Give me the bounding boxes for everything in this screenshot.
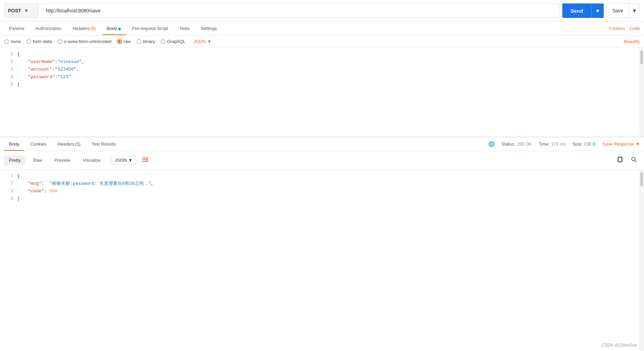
request-code-content[interactable]: { "userName":"ninesun", "account":"12345… [17, 51, 644, 88]
tab-tests[interactable]: Tests [174, 22, 194, 35]
resp-tab-headers[interactable]: Headers(5) [53, 137, 85, 151]
url-input[interactable] [41, 3, 560, 18]
send-btn-dropdown-icon[interactable]: ▼ [591, 3, 604, 18]
globe-icon: 🌐 [488, 141, 494, 147]
response-status-bar: 🌐 Status: 200 OK Time: 173 ms Size: 238 … [488, 141, 640, 147]
svg-rect-1 [142, 159, 147, 160]
svg-rect-2 [142, 161, 148, 162]
top-bar: POST ▼ Send ▼ Save ▼ [0, 0, 644, 22]
resp-code-line-4: } [17, 195, 644, 203]
cookies-link[interactable]: Cookies [609, 26, 625, 31]
tab-right-links: Cookies Code [609, 26, 640, 31]
response-body-editor: 1 2 3 4 { "msg": "校验失败:password: 长度需要在6和… [0, 170, 644, 351]
save-btn-label[interactable]: Save [607, 4, 629, 18]
json-type-select[interactable]: JSON ▼ [194, 39, 212, 44]
headers-badge: (9) [90, 26, 96, 31]
svg-line-6 [635, 160, 636, 162]
svg-point-5 [632, 157, 635, 161]
format-none[interactable]: none [4, 39, 21, 44]
tab-settings[interactable]: Settings [196, 22, 222, 35]
resp-tab-test-results[interactable]: Test Results [87, 137, 121, 151]
resp-json-arrow-icon: ▼ [128, 158, 133, 163]
radio-raw-icon [117, 39, 122, 44]
format-raw[interactable]: raw [117, 39, 131, 44]
code-line-1: { [17, 51, 644, 58]
response-line-numbers: 1 2 3 4 [0, 172, 17, 203]
tab-headers[interactable]: Headers(9) [68, 22, 101, 35]
response-section: Body Cookies Headers(5) Test Results 🌐 S… [0, 137, 644, 351]
code-line-2: "userName":"ninesun", [17, 58, 644, 66]
response-format-bar: Pretty Raw Preview Visualize JSON ▼ [0, 151, 644, 170]
resp-copy-icon[interactable] [614, 155, 625, 166]
format-urlencoded[interactable]: x-www-form-urlencoded [58, 39, 112, 44]
radio-urlencoded-icon [58, 39, 62, 44]
format-graphql[interactable]: GraphQL [161, 39, 185, 44]
resp-pretty-button[interactable]: Pretty [4, 156, 25, 165]
tab-body[interactable]: Body [102, 22, 126, 35]
tab-authorization[interactable]: Authorization [31, 22, 67, 35]
tab-params[interactable]: Params [4, 22, 29, 35]
time-value: 173 ms [551, 141, 566, 147]
send-btn-label[interactable]: Send [562, 3, 592, 18]
save-response-arrow-icon: ▼ [635, 141, 640, 147]
response-scroll-thumb [640, 172, 643, 186]
radio-binary-icon [136, 39, 141, 44]
code-line-3: "account":"123456", [17, 66, 644, 73]
radio-none-icon [4, 39, 9, 44]
resp-json-select[interactable]: JSON ▼ [111, 156, 136, 164]
response-scrollbar[interactable] [639, 170, 644, 351]
save-btn-dropdown-icon[interactable]: ▼ [629, 4, 640, 18]
request-scrollbar[interactable] [639, 48, 644, 137]
attribution-text: CSDN @ZNineSun [602, 343, 637, 348]
response-right-icons [614, 155, 640, 166]
response-tab-nav: Body Cookies Headers(5) Test Results 🌐 S… [0, 137, 644, 151]
beautify-button[interactable]: Beautify [624, 39, 640, 44]
time-display: Time: 173 ms [539, 141, 566, 147]
request-line-numbers: 1 2 3 4 5 [0, 51, 17, 88]
resp-search-icon[interactable] [628, 155, 640, 166]
code-link[interactable]: Code [629, 26, 640, 31]
send-button[interactable]: Send ▼ [562, 3, 604, 18]
svg-rect-0 [142, 158, 148, 158]
format-form-data[interactable]: form-data [26, 39, 52, 44]
resp-visualize-button[interactable]: Visualize [78, 156, 105, 165]
save-button[interactable]: Save ▼ [606, 3, 640, 18]
resp-tab-body[interactable]: Body [4, 137, 24, 151]
resp-headers-badge: (5) [75, 141, 81, 147]
response-code-content: { "msg": "校验失败:password: 长度需要在6和20之间，", … [17, 172, 644, 203]
resp-wrap-icon[interactable] [139, 155, 151, 166]
resp-code-line-2: "msg": "校验失败:password: 长度需要在6和20之间，", [17, 180, 644, 188]
size-value: 238 B [584, 141, 595, 147]
resp-preview-button[interactable]: Preview [50, 156, 75, 165]
status-value: 200 OK [517, 141, 532, 147]
request-body-editor: 1 2 3 4 5 { "userName":"ninesun", "accou… [0, 48, 644, 137]
format-binary[interactable]: binary [136, 39, 155, 44]
radio-form-data-icon [26, 39, 31, 44]
json-select-arrow-icon: ▼ [207, 39, 212, 44]
method-arrow-icon: ▼ [24, 8, 29, 13]
resp-tab-cookies[interactable]: Cookies [25, 137, 51, 151]
format-bar: none form-data x-www-form-urlencoded raw… [0, 35, 644, 48]
resp-raw-button[interactable]: Raw [28, 156, 47, 165]
resp-code-line-3: "code": 500 [17, 188, 644, 195]
resp-code-line-1: { [17, 172, 644, 180]
body-dot-indicator [118, 28, 121, 30]
code-line-5: } [17, 81, 644, 88]
method-select[interactable]: POST ▼ [4, 3, 39, 18]
code-line-4: "password":"123" [17, 73, 644, 81]
status-label: Status: 200 OK [501, 141, 532, 147]
radio-graphql-icon [161, 39, 165, 44]
size-display: Size: 238 B [573, 141, 596, 147]
save-response-button[interactable]: Save Response ▼ [602, 141, 640, 147]
request-tab-nav: Params Authorization Headers(9) Body Pre… [0, 22, 644, 35]
request-scroll-thumb [640, 51, 643, 64]
tab-pre-request[interactable]: Pre-request Script [127, 22, 173, 35]
method-label: POST [8, 8, 21, 13]
